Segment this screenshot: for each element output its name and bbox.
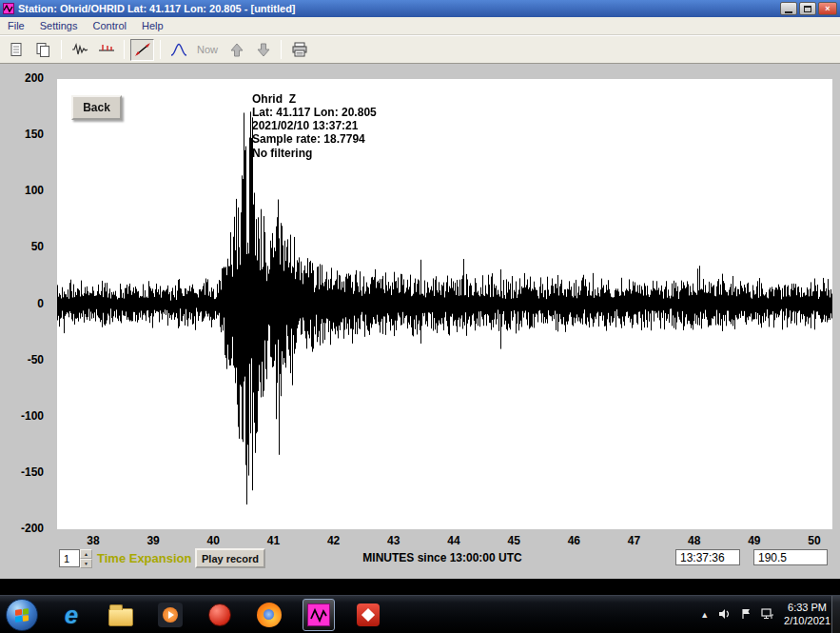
toolbar-separator: [281, 40, 282, 59]
minimize-icon: [785, 11, 792, 13]
x-tick-label: 43: [387, 534, 400, 547]
trace-info-latlon: Lat: 41.117 Lon: 20.805: [252, 106, 377, 119]
firefox-icon: [257, 603, 282, 627]
taskbar-item-red-app[interactable]: [352, 599, 384, 631]
spinner-up-button[interactable]: ▲: [80, 549, 92, 559]
red-app-icon: [357, 603, 380, 626]
show-desktop-button[interactable]: [831, 596, 840, 633]
trace-info: Ohrid Z Lat: 41.117 Lon: 20.805 2021/02/…: [252, 92, 377, 160]
menu-settings[interactable]: Settings: [32, 17, 86, 34]
toolbar-separator: [61, 40, 62, 59]
action-center-flag-icon[interactable]: [741, 606, 752, 623]
arrow-down-icon: [257, 43, 270, 57]
volume-icon[interactable]: [718, 606, 732, 623]
window-controls: ×: [780, 2, 837, 15]
picks-icon: [98, 42, 115, 57]
taskbar-item-explorer[interactable]: [105, 599, 137, 631]
cursor-amplitude-field[interactable]: 190.5: [753, 549, 828, 565]
app-icon: [3, 3, 14, 14]
filter-button[interactable]: [166, 39, 190, 61]
x-axis-ticks: 38394041424344454647484950: [0, 534, 840, 549]
y-tick-label: -100: [21, 409, 44, 423]
toolbar-separator: [160, 40, 161, 59]
y-tick-label: -150: [21, 465, 44, 479]
helicorder-view-button[interactable]: [68, 39, 91, 61]
now-button[interactable]: Now: [193, 44, 222, 55]
maximize-icon: [804, 6, 811, 12]
x-tick-label: 44: [447, 534, 459, 547]
x-tick-label: 42: [327, 534, 340, 547]
y-tick-label: 0: [37, 297, 44, 310]
record-icon: [208, 603, 231, 626]
taskbar-item-seismograph-active[interactable]: [303, 599, 335, 631]
x-tick-label: 46: [568, 534, 580, 547]
close-button[interactable]: ×: [818, 2, 837, 15]
spinner-down-button[interactable]: ▼: [80, 559, 92, 568]
spinner-value[interactable]: 1: [59, 549, 80, 567]
waveform-icon: [71, 42, 88, 57]
x-tick-label: 48: [688, 534, 700, 547]
network-icon[interactable]: [761, 606, 774, 623]
menu-help[interactable]: Help: [134, 17, 171, 34]
time-expansion-spinner: 1 ▲ ▼: [59, 549, 92, 567]
taskbar-item-media-player[interactable]: [154, 599, 186, 631]
window-title: Station: Ohrid/OHRID Lat: 41.117 Lon: 20…: [18, 3, 776, 14]
copy-icon: [35, 42, 51, 58]
x-axis-title: MINUTES since 13:00:00 UTC: [314, 551, 571, 564]
chart-area: Ohrid Z Lat: 41.117 Lon: 20.805 2021/02/…: [0, 64, 840, 579]
time-expansion-label: Time Expansion: [97, 551, 191, 565]
play-record-button[interactable]: Play record: [195, 548, 265, 568]
print-button[interactable]: [287, 39, 311, 61]
picks-view-button[interactable]: [94, 39, 118, 61]
taskbar: e ▲ 6:33 PM 2: [0, 595, 840, 633]
x-tick-label: 41: [267, 534, 280, 547]
seismogram-canvas[interactable]: [57, 79, 832, 529]
arrow-up-icon: [230, 43, 244, 57]
media-player-icon: [158, 603, 183, 627]
cursor-time-field[interactable]: 13:37:36: [675, 549, 740, 565]
x-tick-label: 45: [507, 534, 519, 547]
taskbar-icons: e: [6, 596, 384, 633]
trace-info-datetime: 2021/02/10 13:37:21: [252, 119, 377, 132]
taskbar-item-browser[interactable]: e: [55, 599, 88, 631]
printer-icon: [291, 42, 308, 57]
scroll-up-button[interactable]: [225, 39, 248, 61]
y-tick-label: -50: [28, 353, 44, 366]
tray-expand-icon[interactable]: ▲: [700, 610, 709, 620]
save-view-button[interactable]: [5, 39, 29, 61]
trace-info-station: Ohrid Z: [252, 92, 377, 106]
y-tick-label: 100: [25, 184, 44, 197]
y-axis-ticks: 200150100500-50-100-150-200: [0, 64, 51, 579]
title-bar[interactable]: Station: Ohrid/OHRID Lat: 41.117 Lon: 20…: [0, 0, 840, 17]
clock-time: 6:33 PM: [784, 602, 830, 615]
start-button[interactable]: [6, 599, 38, 631]
extract-trace-button[interactable]: [130, 39, 154, 61]
menu-bar: File Settings Control Help: [0, 17, 840, 35]
scroll-down-button[interactable]: [251, 39, 275, 61]
extract-icon: [134, 42, 151, 57]
copy-view-button[interactable]: [31, 39, 55, 61]
folder-icon: [108, 608, 133, 626]
x-tick-label: 50: [808, 534, 820, 547]
spinner-arrows: ▲ ▼: [80, 549, 92, 567]
x-tick-label: 49: [748, 534, 760, 547]
y-tick-label: 50: [31, 240, 44, 253]
taskbar-item-firefox[interactable]: [253, 599, 285, 631]
x-tick-label: 40: [207, 534, 220, 547]
system-tray: ▲ 6:33 PM 2/10/2021: [700, 596, 830, 633]
x-tick-label: 47: [628, 534, 640, 547]
windows-flag-icon: [15, 608, 29, 622]
toolbar: Now: [0, 35, 840, 64]
taskbar-clock[interactable]: 6:33 PM 2/10/2021: [784, 602, 830, 628]
y-tick-label: -200: [21, 522, 44, 535]
app-window: Station: Ohrid/OHRID Lat: 41.117 Lon: 20…: [0, 0, 840, 579]
taskbar-item-recorder[interactable]: [204, 599, 236, 631]
back-button[interactable]: Back: [71, 95, 122, 120]
seismograph-app-icon: [307, 603, 330, 626]
trace-info-filter: No filtering: [252, 147, 377, 160]
maximize-button[interactable]: [799, 2, 816, 15]
plot-area[interactable]: Ohrid Z Lat: 41.117 Lon: 20.805 2021/02/…: [57, 79, 832, 529]
menu-control[interactable]: Control: [85, 17, 133, 34]
minimize-button[interactable]: [780, 2, 797, 15]
menu-file[interactable]: File: [0, 17, 32, 34]
